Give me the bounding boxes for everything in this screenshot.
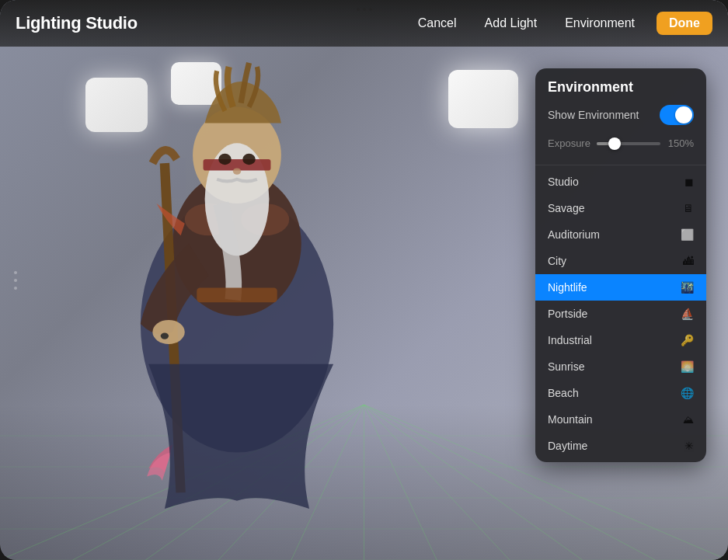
add-light-button[interactable]: Add Light — [479, 13, 544, 33]
env-item-sunrise[interactable]: Sunrise🌅 — [535, 353, 706, 380]
done-button[interactable]: Done — [657, 12, 712, 35]
env-item-industrial[interactable]: Industrial🔑 — [535, 327, 706, 353]
device-frame: Lighting Studio Cancel Add Light Environ… — [0, 0, 728, 560]
environment-list: Studio◼Savage🖥Auditorium⬜City🏙Nightlife🌃… — [535, 165, 706, 462]
env-item-label: Industrial — [548, 334, 592, 346]
env-item-nightlife[interactable]: Nightlife🌃 — [535, 274, 706, 301]
env-item-auditorium[interactable]: Auditorium⬜ — [535, 221, 706, 248]
env-item-label: Auditorium — [548, 228, 600, 241]
env-item-daytime[interactable]: Daytime✳ — [535, 433, 706, 459]
light-box-3 — [448, 70, 518, 128]
env-item-beach[interactable]: Beach🌐 — [535, 380, 706, 406]
environment-button[interactable]: Environment — [559, 13, 641, 33]
cancel-button[interactable]: Cancel — [412, 13, 463, 33]
character-svg — [43, 43, 431, 509]
svg-point-27 — [233, 168, 241, 174]
env-item-icon: ⛵ — [681, 308, 694, 320]
env-item-icon: 🏙 — [683, 255, 694, 267]
env-item-label: Studio — [548, 176, 579, 188]
slider-fill — [597, 142, 609, 145]
env-item-icon: 🌅 — [681, 360, 694, 373]
app-title: Lighting Studio — [16, 13, 138, 33]
env-item-icon: ⛰ — [683, 413, 694, 426]
env-panel-title: Environment — [548, 79, 694, 96]
exposure-row: Exposure 150% — [548, 133, 694, 157]
environment-panel: Environment Show Environment Exposure 15… — [535, 68, 706, 462]
env-item-label: Portside — [548, 308, 587, 320]
env-item-icon: 🖥 — [683, 202, 694, 214]
exposure-value: 150% — [667, 137, 694, 149]
env-item-icon: ⬜ — [681, 228, 694, 241]
env-item-portside[interactable]: Portside⛵ — [535, 301, 706, 327]
env-item-label: City — [548, 255, 566, 267]
exposure-label: Exposure — [548, 137, 590, 149]
env-item-label: Savage — [548, 202, 584, 214]
env-item-icon: ✳ — [684, 440, 694, 452]
header-actions: Cancel Add Light Environment Done — [412, 12, 712, 35]
svg-point-28 — [152, 320, 184, 344]
env-item-studio[interactable]: Studio◼ — [535, 169, 706, 195]
svg-point-25 — [218, 154, 232, 165]
svg-point-26 — [242, 154, 256, 165]
env-item-icon: 🌐 — [681, 387, 694, 399]
env-item-label: Nightlife — [548, 281, 587, 294]
env-item-mountain[interactable]: Mountain⛰ — [535, 406, 706, 433]
slider-thumb[interactable] — [608, 137, 621, 150]
toggle-knob — [675, 106, 692, 123]
env-item-label: Sunrise — [548, 360, 584, 373]
env-item-savage[interactable]: Savage🖥 — [535, 195, 706, 221]
env-item-label: Mountain — [548, 413, 593, 426]
svg-rect-23 — [197, 288, 277, 303]
env-item-label: Beach — [548, 387, 579, 399]
env-panel-header: Environment Show Environment Exposure 15… — [535, 68, 706, 165]
env-item-icon: 🌃 — [681, 281, 694, 294]
env-item-icon: 🔑 — [681, 334, 694, 346]
env-item-label: Daytime — [548, 440, 587, 452]
show-environment-row: Show Environment — [548, 105, 694, 125]
header: Lighting Studio Cancel Add Light Environ… — [0, 0, 728, 47]
show-environment-label: Show Environment — [548, 109, 639, 121]
env-item-city[interactable]: City🏙 — [535, 248, 706, 274]
show-environment-toggle[interactable] — [660, 105, 694, 125]
side-indicator — [14, 271, 17, 290]
env-item-icon: ◼ — [684, 176, 694, 188]
exposure-slider[interactable] — [597, 142, 660, 145]
svg-point-29 — [161, 332, 169, 339]
